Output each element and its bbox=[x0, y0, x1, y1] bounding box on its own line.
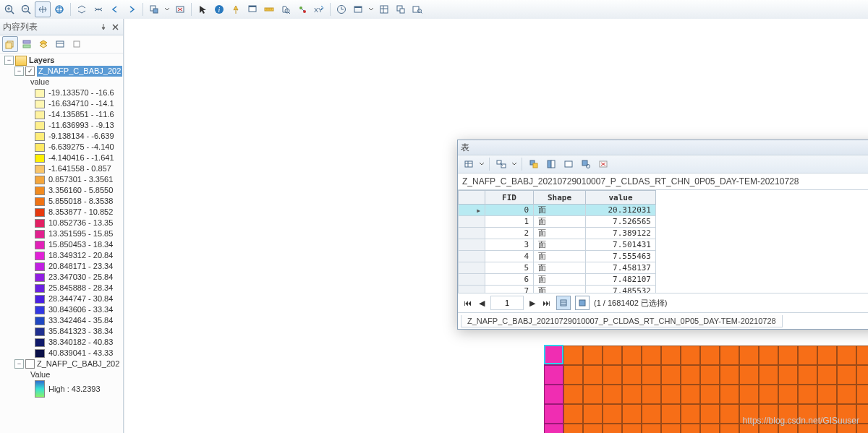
layer-checkbox[interactable] bbox=[25, 359, 35, 369]
goto-xy-icon[interactable]: XY bbox=[311, 1, 327, 17]
attribute-grid[interactable]: FID Shape value 0面20.3120311面7.5265652面7… bbox=[458, 190, 656, 293]
legend-swatch bbox=[35, 121, 45, 130]
legend-swatch bbox=[35, 295, 45, 304]
table-window-icon[interactable] bbox=[376, 1, 392, 17]
svg-line-1 bbox=[12, 12, 14, 14]
collapse-icon[interactable]: − bbox=[14, 359, 24, 369]
table-options-icon[interactable] bbox=[461, 156, 477, 172]
legend-swatch bbox=[35, 165, 45, 173]
attr-layer-name-bar: Z_NAFP_C_BABJ_20210729010007_P_CLDAS_RT_… bbox=[458, 173, 868, 190]
col-shape[interactable]: Shape bbox=[534, 191, 586, 205]
toc-title: 内容列表 bbox=[3, 21, 38, 33]
viewer-dropdown-icon[interactable] bbox=[367, 1, 375, 17]
list-by-selection-icon[interactable] bbox=[52, 36, 68, 52]
select-features-icon[interactable] bbox=[146, 1, 162, 17]
pointer-icon[interactable] bbox=[195, 1, 210, 17]
dropdown-icon[interactable] bbox=[478, 156, 485, 172]
svg-rect-47 bbox=[23, 40, 30, 43]
legend-label: 10.852736 - 13.35 bbox=[48, 218, 113, 228]
table-row[interactable]: 1面7.526565 bbox=[459, 216, 656, 228]
html-popup-icon[interactable] bbox=[244, 1, 260, 17]
show-selected-records-icon[interactable] bbox=[575, 296, 590, 310]
select-by-attributes-icon[interactable] bbox=[526, 156, 542, 172]
col-fid[interactable]: FID bbox=[485, 191, 534, 205]
legend-label: 23.347030 - 25.84 bbox=[48, 272, 113, 283]
create-viewer-icon[interactable] bbox=[350, 1, 366, 17]
identify-icon[interactable]: i bbox=[211, 1, 227, 17]
legend-swatch bbox=[35, 327, 45, 336]
zoom-selected-icon[interactable] bbox=[578, 156, 594, 172]
legend-swatch bbox=[35, 284, 45, 293]
hyperlink-icon[interactable] bbox=[228, 1, 244, 17]
switch-selection-icon[interactable] bbox=[543, 156, 559, 172]
table-row[interactable]: 2面7.389122 bbox=[459, 228, 656, 239]
first-record-icon[interactable]: ⏮ bbox=[462, 299, 473, 307]
table-row[interactable]: 6面7.482107 bbox=[459, 274, 656, 286]
table-row[interactable]: 5面7.458137 bbox=[459, 262, 656, 274]
time-slider-icon[interactable] bbox=[333, 1, 349, 17]
attr-layer-name: Z_NAFP_C_BABJ_20210729010007_P_CLDAS_RT_… bbox=[462, 176, 799, 187]
layer-checkbox[interactable]: ✓ bbox=[25, 67, 35, 76]
related-tables-icon[interactable] bbox=[493, 156, 509, 172]
main-toolbar: i XY bbox=[0, 0, 868, 20]
find-route-icon[interactable] bbox=[294, 1, 310, 17]
layer-name[interactable]: Z_NAFP_C_BABJ_202 bbox=[37, 359, 119, 369]
svg-line-28 bbox=[302, 9, 304, 11]
measure-icon[interactable] bbox=[261, 1, 277, 17]
last-record-icon[interactable]: ⏭ bbox=[541, 299, 552, 307]
forward-extent-icon[interactable] bbox=[124, 1, 140, 17]
full-extent-icon[interactable] bbox=[51, 1, 67, 17]
pan-icon[interactable] bbox=[35, 1, 51, 17]
table-row[interactable]: 7面7.485532 bbox=[459, 286, 656, 293]
legend-label: 35.841323 - 38.34 bbox=[48, 326, 113, 337]
clear-selection-icon[interactable] bbox=[172, 1, 188, 17]
col-value[interactable]: value bbox=[586, 191, 656, 205]
fixed-zoom-out-icon[interactable] bbox=[90, 1, 106, 17]
toc-header: 内容列表 bbox=[0, 19, 123, 35]
pin-icon[interactable] bbox=[98, 22, 109, 32]
layer-name-selected[interactable]: Z_NAFP_C_BABJ_202 bbox=[37, 66, 122, 77]
catalog-window-icon[interactable] bbox=[393, 1, 409, 17]
fixed-zoom-in-icon[interactable] bbox=[74, 1, 90, 17]
clear-selection-icon[interactable] bbox=[561, 156, 576, 172]
dropdown-icon[interactable] bbox=[511, 156, 518, 172]
legend-label: -4.140416 - -1.641 bbox=[48, 153, 114, 163]
selected-cell bbox=[544, 345, 563, 364]
next-record-icon[interactable]: ▶ bbox=[528, 299, 537, 308]
close-icon[interactable] bbox=[110, 22, 120, 32]
svg-line-5 bbox=[28, 12, 31, 14]
attr-tab[interactable]: Z_NAFP_C_BABJ_20210729010007_P_CLDAS_RT_… bbox=[461, 315, 783, 327]
attr-pager: ⏮ ◀ ▶ ⏭ (1 / 1681402 已选择) bbox=[458, 293, 868, 312]
search-window-icon[interactable] bbox=[409, 1, 425, 17]
attr-titlebar[interactable]: 表 bbox=[458, 140, 868, 155]
list-by-visibility-icon[interactable] bbox=[35, 36, 51, 52]
legend-swatch bbox=[35, 306, 45, 314]
svg-rect-64 bbox=[551, 160, 555, 168]
toc-tree[interactable]: −Layers −✓Z_NAFP_C_BABJ_202 value -19.13… bbox=[0, 53, 123, 433]
current-record-input[interactable] bbox=[490, 296, 524, 310]
options-icon[interactable] bbox=[69, 36, 85, 52]
zoom-out-icon[interactable] bbox=[18, 1, 34, 17]
collapse-icon[interactable]: − bbox=[14, 67, 24, 76]
attr-toolbar bbox=[458, 155, 868, 173]
zoom-in-icon[interactable] bbox=[1, 1, 17, 17]
select-dropdown-icon[interactable] bbox=[163, 1, 171, 17]
table-row[interactable]: 0面20.312031 bbox=[459, 205, 656, 216]
table-row[interactable]: 3面7.501431 bbox=[459, 239, 656, 251]
legend-label: -6.639275 - -4.140 bbox=[48, 142, 114, 153]
map-view[interactable]: https://blog.csdn.net/GISuuser 表 bbox=[124, 19, 868, 433]
svg-rect-65 bbox=[565, 161, 572, 167]
table-row[interactable]: 4面7.555463 bbox=[459, 251, 656, 262]
list-by-drawing-order-icon[interactable] bbox=[2, 36, 18, 52]
prev-record-icon[interactable]: ◀ bbox=[477, 299, 486, 308]
legend-swatch bbox=[35, 132, 45, 141]
svg-rect-35 bbox=[380, 6, 388, 13]
back-extent-icon[interactable] bbox=[107, 1, 123, 17]
show-all-records-icon[interactable] bbox=[556, 296, 571, 310]
svg-rect-48 bbox=[23, 45, 30, 48]
list-by-source-icon[interactable] bbox=[19, 36, 35, 52]
find-icon[interactable] bbox=[278, 1, 294, 17]
legend-label: 15.850453 - 18.34 bbox=[48, 239, 113, 250]
delete-selected-icon[interactable] bbox=[595, 156, 611, 172]
collapse-icon[interactable]: − bbox=[4, 56, 14, 65]
